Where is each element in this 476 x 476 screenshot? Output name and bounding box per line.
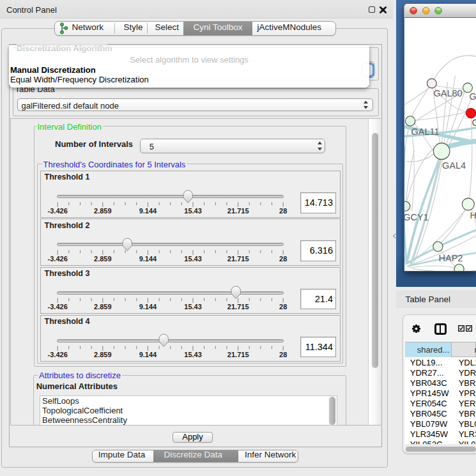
svg-text:GAL80: GAL80 [433, 88, 462, 98]
svg-text:H: H [470, 210, 476, 220]
svg-text:C: C [472, 117, 476, 127]
svg-text:HAP2: HAP2 [438, 253, 463, 263]
svg-text:GAL4: GAL4 [442, 160, 466, 170]
svg-text:GAL11: GAL11 [411, 126, 439, 136]
svg-text:GA: GA [469, 91, 476, 101]
svg-text:GCY1: GCY1 [404, 212, 429, 222]
